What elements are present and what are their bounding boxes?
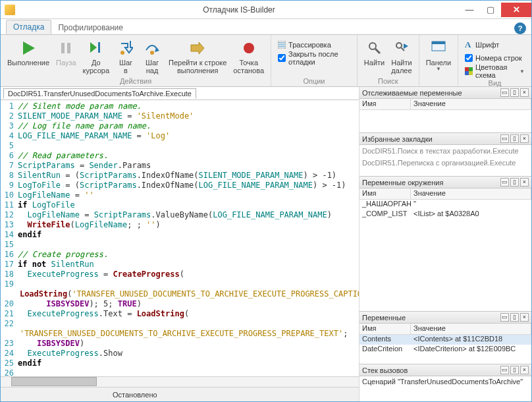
svg-rect-21 xyxy=(469,71,473,75)
svg-rect-20 xyxy=(465,71,469,75)
horizontal-scrollbar[interactable] xyxy=(1,376,359,387)
group-options-label: Опции xyxy=(277,77,352,85)
bookmarks-panel-title: Избранные закладки xyxy=(362,135,499,143)
breakpoint-icon xyxy=(240,39,258,57)
pause-button[interactable]: Пауза xyxy=(55,38,78,76)
callstack-entry[interactable]: Сценарий "TransferUnusedDocumentsToArchi… xyxy=(362,378,529,386)
status-text: Остановлено xyxy=(113,391,157,399)
panel-pin-button[interactable]: ▯ xyxy=(510,88,519,97)
group-search-label: Поиск xyxy=(363,77,413,85)
pause-icon xyxy=(57,39,75,57)
panel-close-button[interactable]: × xyxy=(520,178,529,187)
callstack-panel-title: Стек вызовов xyxy=(362,366,499,374)
svg-marker-3 xyxy=(90,42,97,53)
svg-rect-4 xyxy=(98,42,100,53)
close-after-checkbox[interactable]: Закрыть после отладки xyxy=(278,52,350,64)
bookmark-item[interactable]: DocDIR51.Поиск в текстах разработки.Exec… xyxy=(359,145,531,157)
panel-dock-button[interactable]: ▭ xyxy=(500,134,509,143)
svg-marker-8 xyxy=(191,42,204,54)
step-in-icon xyxy=(117,39,135,57)
trace-button[interactable]: Трассировка xyxy=(278,39,350,51)
search-next-icon xyxy=(392,39,411,57)
table-row[interactable]: Contents<IContents> at $11C2BD18 xyxy=(359,335,531,345)
font-button[interactable]: A Шрифт xyxy=(465,39,525,51)
svg-marker-0 xyxy=(23,42,35,55)
find-button[interactable]: Найти xyxy=(363,38,386,76)
step-over-button[interactable]: Шаг над xyxy=(141,38,163,76)
close-after-check[interactable] xyxy=(278,54,286,62)
svg-rect-19 xyxy=(469,67,473,71)
to-cursor-button[interactable]: До курсора xyxy=(82,38,111,76)
panel-dock-button[interactable]: ▭ xyxy=(500,366,509,374)
panel-pin-button[interactable]: ▯ xyxy=(510,134,519,143)
svg-rect-2 xyxy=(67,43,70,53)
svg-marker-15 xyxy=(404,43,408,49)
panel-pin-button[interactable]: ▯ xyxy=(510,178,519,187)
trace-icon xyxy=(278,41,286,49)
watched-panel-title: Отслеживаемые переменные xyxy=(362,89,499,97)
minimize-button[interactable]: — xyxy=(459,3,480,17)
bookmark-item[interactable]: DocDIR51.Переписка с организацией.Execut… xyxy=(359,157,531,169)
svg-point-11 xyxy=(369,43,376,49)
line-numbers-check[interactable] xyxy=(465,54,473,62)
tab-debug[interactable]: Отладка xyxy=(6,20,51,34)
search-icon xyxy=(365,39,384,57)
panel-close-button[interactable]: × xyxy=(520,88,529,97)
breakpoint-button[interactable]: Точка останова xyxy=(232,38,265,76)
group-actions-label: Действия xyxy=(6,77,265,85)
to-cursor-icon xyxy=(87,39,105,57)
panels-button[interactable]: Панели ▼ xyxy=(425,38,452,84)
table-row[interactable]: _НАШАОРГАНИЗ'' xyxy=(359,200,531,210)
svg-point-5 xyxy=(120,51,124,55)
table-row[interactable]: DateCriteion<IDateCriterion> at $12E009B… xyxy=(359,345,531,355)
panel-dock-button[interactable]: ▭ xyxy=(500,88,509,97)
panel-close-button[interactable]: × xyxy=(520,366,529,374)
env-panel-title: Переменные окружения xyxy=(362,179,499,187)
panel-dock-button[interactable]: ▭ xyxy=(500,178,509,187)
table-row[interactable]: _COMP_LIST<IList> at $A0328A0 xyxy=(359,210,531,219)
goto-line-icon xyxy=(188,39,207,57)
play-icon xyxy=(19,39,38,57)
svg-point-9 xyxy=(244,43,254,53)
close-button[interactable]: ✕ xyxy=(501,3,531,17)
maximize-button[interactable]: ▢ xyxy=(480,3,501,17)
group-view-label: Вид xyxy=(464,79,526,87)
run-button[interactable]: Выполнение xyxy=(6,38,51,76)
find-next-button[interactable]: Найти далее xyxy=(390,38,413,76)
svg-rect-1 xyxy=(61,43,65,53)
panels-icon xyxy=(429,39,448,57)
svg-line-12 xyxy=(375,49,380,53)
svg-rect-18 xyxy=(465,67,469,71)
window-title: Отладчик IS-Builder xyxy=(19,5,459,14)
tab-profile[interactable]: Профилирование xyxy=(51,21,130,34)
code-editor[interactable]: 1// Silent mode param name.2SILENT_MODE_… xyxy=(1,100,359,376)
color-scheme-button[interactable]: Цветовая схема ▼ xyxy=(465,65,525,77)
svg-rect-17 xyxy=(432,42,445,44)
step-in-button[interactable]: Шаг в xyxy=(115,38,137,76)
svg-point-7 xyxy=(150,51,154,55)
panel-pin-button[interactable]: ▯ xyxy=(510,366,519,374)
line-numbers-checkbox[interactable]: Номера строк xyxy=(465,52,525,64)
goto-line-button[interactable]: Перейти к строке выполнения xyxy=(167,38,228,76)
font-icon: A xyxy=(465,41,473,49)
svg-point-13 xyxy=(396,43,402,48)
panel-pin-button[interactable]: ▯ xyxy=(510,313,519,322)
panel-dock-button[interactable]: ▭ xyxy=(500,313,509,322)
vars-panel-title: Переменные xyxy=(362,314,499,322)
panel-close-button[interactable]: × xyxy=(520,134,529,143)
document-tab[interactable]: DocDIR51.TransferUnusedDocumentsToArchiv… xyxy=(3,88,196,99)
step-over-icon xyxy=(143,39,161,57)
help-icon[interactable]: ? xyxy=(514,22,526,34)
panel-close-button[interactable]: × xyxy=(520,313,529,322)
app-icon xyxy=(5,5,15,15)
color-scheme-icon xyxy=(465,67,473,75)
